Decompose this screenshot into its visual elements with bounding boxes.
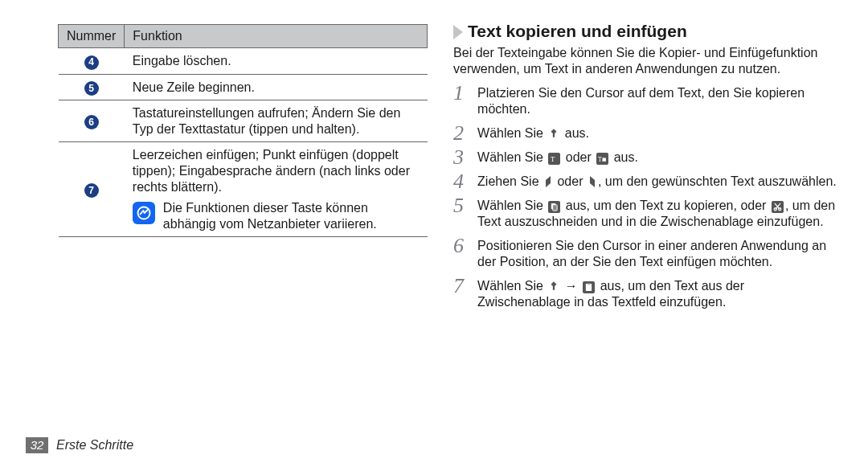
chevron-right-icon xyxy=(453,25,463,39)
row-number-cell: 5 xyxy=(59,74,125,100)
step-text: Wählen Sie xyxy=(477,150,547,164)
page: Nummer Funktion 4 Eingabe löschen. 5 Neu… xyxy=(0,0,868,471)
handle-left-icon xyxy=(544,176,552,188)
section-name: Erste Schritte xyxy=(56,437,133,453)
svg-rect-5 xyxy=(553,205,558,211)
table-header-function: Funktion xyxy=(125,25,428,48)
note-block: Die Funktionen dieser Taste können abhän… xyxy=(133,200,420,232)
row-function-cell: Eingabe löschen. xyxy=(125,48,428,75)
section-heading: Text kopieren und einfügen xyxy=(453,21,841,42)
number-badge-icon: 6 xyxy=(84,115,99,129)
table-header-number: Nummer xyxy=(59,25,125,48)
right-column: Text kopieren und einfügen Bei der Texte… xyxy=(453,21,841,471)
step-4: Ziehen Sie oder , um den gewünschten Tex… xyxy=(453,174,841,190)
select-text-icon: T xyxy=(548,153,560,165)
step-5: Wählen Sie aus, um den Text zu kopieren,… xyxy=(453,198,841,230)
step-7: Wählen Sie → aus, um den Text aus der Zw… xyxy=(453,278,841,310)
cut-icon xyxy=(772,201,784,213)
number-badge-icon: 4 xyxy=(84,55,99,70)
number-badge-icon: 5 xyxy=(84,81,99,96)
row-number-cell: 4 xyxy=(59,48,125,75)
table-row: 4 Eingabe löschen. xyxy=(59,48,428,75)
step-text: aus. xyxy=(610,150,638,164)
step-text: aus, um den Text zu kopieren, oder xyxy=(562,199,770,212)
note-text: Die Funktionen dieser Taste können abhän… xyxy=(163,200,420,232)
step-3: Wählen Sie T oder T aus. xyxy=(453,149,841,166)
row-function-text: Leerzeichen einfügen; Punkt einfügen (do… xyxy=(133,147,420,195)
pin-icon xyxy=(548,128,559,140)
steps-list: Platzieren Sie den Cursor auf dem Text, … xyxy=(453,85,841,310)
row-number-cell: 7 xyxy=(59,142,125,237)
heading-text: Text kopieren und einfügen xyxy=(468,21,687,42)
step-text: , um den gewünschten Text auszuwählen. xyxy=(598,174,837,188)
row-function-cell: Tastatureinstellungen aufrufen; Ändern S… xyxy=(125,100,428,142)
row-function-cell: Neue Zeile beginnen. xyxy=(125,74,428,100)
step-text: oder xyxy=(554,174,587,188)
page-footer: 32 Erste Schritte xyxy=(26,437,133,453)
pin-icon xyxy=(548,281,559,293)
paste-icon xyxy=(583,281,595,293)
svg-text:T: T xyxy=(551,155,555,163)
table-row: 5 Neue Zeile beginnen. xyxy=(59,74,428,100)
table-row: 7 Leerzeichen einfügen; Punkt einfügen (… xyxy=(59,142,428,237)
step-text: → xyxy=(561,279,581,293)
function-table: Nummer Funktion 4 Eingabe löschen. 5 Neu… xyxy=(58,24,428,237)
step-text: Wählen Sie xyxy=(477,199,547,212)
step-6: Positionieren Sie den Cursor in einer an… xyxy=(453,238,841,270)
step-2: Wählen Sie aus. xyxy=(453,125,841,141)
select-all-icon: T xyxy=(596,153,608,165)
number-badge-icon: 7 xyxy=(84,183,99,198)
step-text: Wählen Sie xyxy=(477,279,547,293)
table-header-row: Nummer Funktion xyxy=(59,25,428,48)
row-function-cell: Leerzeichen einfügen; Punkt einfügen (do… xyxy=(125,142,428,237)
row-number-cell: 6 xyxy=(59,100,125,142)
svg-rect-8 xyxy=(586,284,592,291)
handle-right-icon xyxy=(588,176,596,188)
intro-text: Bei der Texteingabe können Sie die Kopie… xyxy=(453,45,841,77)
page-number: 32 xyxy=(26,437,48,453)
step-text: aus. xyxy=(561,126,589,140)
copy-icon xyxy=(548,201,560,213)
table-row: 6 Tastatureinstellungen aufrufen; Ändern… xyxy=(59,100,428,142)
svg-text:T: T xyxy=(598,156,602,163)
step-text: oder xyxy=(562,150,595,164)
svg-rect-9 xyxy=(588,283,591,285)
step-text: Ziehen Sie xyxy=(477,174,542,188)
svg-rect-3 xyxy=(603,158,606,162)
step-1: Platzieren Sie den Cursor auf dem Text, … xyxy=(453,85,841,117)
note-icon xyxy=(133,202,155,224)
left-column: Nummer Funktion 4 Eingabe löschen. 5 Neu… xyxy=(58,21,437,471)
step-text: Wählen Sie xyxy=(477,126,547,140)
